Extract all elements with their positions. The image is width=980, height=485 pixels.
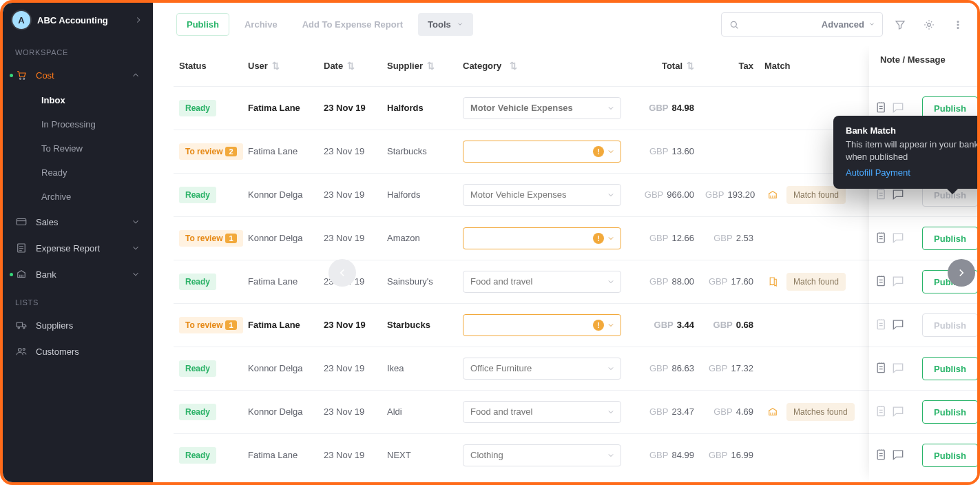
table-row[interactable]: Ready Konnor Delga 23 Nov 19 Ikea Office… — [174, 347, 869, 390]
cell-total: GBP84.98 — [633, 86, 700, 130]
message-icon[interactable] — [891, 318, 905, 333]
bank-icon — [764, 404, 781, 420]
sidebar-sub-in-processing[interactable]: In Processing — [3, 112, 153, 136]
account-name: ABC Accounting — [37, 15, 108, 25]
row-publish-button[interactable]: Publish — [922, 313, 977, 337]
main: Publish Archive Add To Expense Report To… — [153, 3, 977, 482]
table-row[interactable]: To review1 Konnor Delga 23 Nov 19 Amazon… — [174, 216, 869, 260]
status-ready: Ready — [179, 404, 216, 420]
match-chip[interactable]: Match found — [764, 186, 846, 204]
note-icon[interactable] — [875, 318, 888, 333]
table-row[interactable]: Ready Konnor Delga 23 Nov 19 Halfords Mo… — [174, 173, 869, 216]
row-publish-button[interactable]: Publish — [922, 227, 977, 250]
col-total[interactable]: Total⇅ — [633, 46, 700, 86]
category-select[interactable]: ! — [463, 314, 621, 336]
scroll-right-button[interactable] — [948, 259, 975, 287]
col-tax[interactable]: Tax — [700, 46, 759, 86]
sidebar-item-customers[interactable]: Customers — [3, 338, 153, 364]
cell-tax: GBP17.60 — [700, 260, 759, 303]
sidebar-item-suppliers[interactable]: Suppliers — [3, 312, 153, 338]
category-select[interactable]: Motor Vehicle Expenses — [463, 97, 621, 119]
card-icon — [15, 216, 28, 228]
row-publish-button[interactable]: Publish — [922, 400, 977, 424]
sidebar-sub-archive[interactable]: Archive — [3, 185, 153, 209]
note-icon[interactable] — [875, 187, 888, 203]
category-select[interactable]: Food and travel — [463, 271, 621, 293]
category-select[interactable]: Office Furniture — [463, 358, 621, 380]
sidebar-item-sales[interactable]: Sales — [3, 209, 153, 235]
settings-button[interactable] — [917, 13, 941, 37]
col-user[interactable]: User⇅ — [242, 46, 318, 86]
category-select[interactable]: Food and travel — [463, 401, 621, 423]
autofill-payment-link[interactable]: Autofill Payment — [846, 167, 977, 178]
category-select[interactable]: ! — [463, 141, 621, 163]
table-row[interactable]: To review2 Fatima Lane 23 Nov 19 Starbuc… — [174, 130, 869, 173]
message-icon[interactable] — [891, 231, 905, 247]
category-select[interactable]: Motor Vehicle Expenses — [463, 184, 621, 206]
match-chip[interactable]: Matches found — [764, 403, 855, 421]
sidebar-sub-to-review[interactable]: To Review — [3, 136, 153, 161]
table-row[interactable]: Ready Fatima Lane 23 Nov 19 NEXT Clothin… — [174, 433, 869, 477]
category-value: Motor Vehicle Expenses — [470, 103, 573, 113]
svg-rect-17 — [877, 276, 884, 285]
tools-button[interactable]: Tools — [418, 13, 473, 36]
message-icon[interactable] — [891, 101, 905, 116]
svg-rect-16 — [877, 233, 884, 242]
message-icon[interactable] — [891, 274, 905, 290]
note-icon[interactable] — [875, 231, 888, 247]
svg-point-11 — [957, 24, 959, 25]
filter-button[interactable] — [888, 13, 912, 37]
table-row[interactable]: Ready Konnor Delga 23 Nov 19 Aldi Food a… — [174, 390, 869, 433]
message-icon[interactable] — [891, 187, 905, 203]
message-icon[interactable] — [891, 404, 905, 420]
account-switcher[interactable]: A ABC Accounting — [3, 3, 153, 37]
col-match[interactable]: Match — [759, 46, 869, 86]
publish-button[interactable]: Publish — [176, 13, 229, 36]
col-category[interactable]: Category⇅ — [457, 46, 633, 86]
sidebar-sub-ready[interactable]: Ready — [3, 161, 153, 185]
sidebar-item-expense-report[interactable]: Expense Report — [3, 235, 153, 261]
note-icon[interactable] — [875, 361, 888, 377]
sort-icon: ⇅ — [687, 61, 694, 71]
svg-point-10 — [957, 21, 959, 22]
archive-button[interactable]: Archive — [235, 13, 287, 36]
sidebar-item-bank[interactable]: Bank — [3, 261, 153, 287]
match-label: Matches found — [786, 403, 855, 421]
more-button[interactable] — [946, 13, 970, 37]
match-chip[interactable]: Match found — [764, 273, 846, 291]
cell-user: Fatima Lane — [242, 433, 318, 477]
row-publish-button[interactable]: Publish — [922, 357, 977, 380]
cell-total: GBP12.66 — [633, 216, 700, 260]
table-row[interactable]: Ready Fatima Lane 23 Nov 19 Sainsbury's … — [174, 260, 869, 303]
cell-tax: GBP193.20 — [700, 173, 759, 216]
col-supplier[interactable]: Supplier⇅ — [382, 46, 457, 86]
col-date[interactable]: Date⇅ — [318, 46, 382, 86]
sidebar-item-label: Expense Report — [36, 243, 100, 254]
note-icon[interactable] — [875, 274, 888, 290]
row-publish-button[interactable]: Publish — [922, 444, 977, 467]
advanced-search[interactable]: Advanced — [822, 19, 875, 30]
note-icon[interactable] — [875, 101, 888, 116]
note-icon[interactable] — [875, 448, 888, 464]
table-row[interactable]: To review1 Fatima Lane 23 Nov 19 Starbuc… — [174, 303, 869, 347]
table-row[interactable]: Ready Fatima Lane 23 Nov 19 Halfords Mot… — [174, 86, 869, 130]
add-to-expense-button[interactable]: Add To Expense Report — [293, 13, 413, 36]
search-input[interactable]: Advanced — [721, 12, 883, 37]
category-select[interactable]: ! — [463, 227, 621, 249]
sidebar-item-label: Sales — [36, 217, 59, 227]
sort-icon: ⇅ — [347, 61, 355, 71]
message-icon[interactable] — [891, 448, 905, 464]
bank-match-tooltip: Bank Match This item will appear in your… — [833, 116, 977, 189]
note-icon[interactable] — [875, 404, 888, 420]
sidebar-item-cost[interactable]: Cost — [3, 62, 153, 88]
report-icon — [15, 242, 28, 254]
col-status[interactable]: Status — [174, 46, 242, 86]
sidebar-sub-inbox[interactable]: Inbox — [3, 88, 153, 112]
sidebar: A ABC Accounting WORKSPACE Cost Inbox In… — [3, 3, 153, 482]
tooltip-title: Bank Match — [846, 125, 977, 136]
category-select[interactable]: Clothing — [463, 444, 621, 466]
svg-rect-18 — [877, 320, 884, 329]
message-icon[interactable] — [891, 361, 905, 377]
cell-date: 23 Nov 19 — [318, 216, 382, 260]
scroll-left-button[interactable] — [329, 259, 356, 287]
